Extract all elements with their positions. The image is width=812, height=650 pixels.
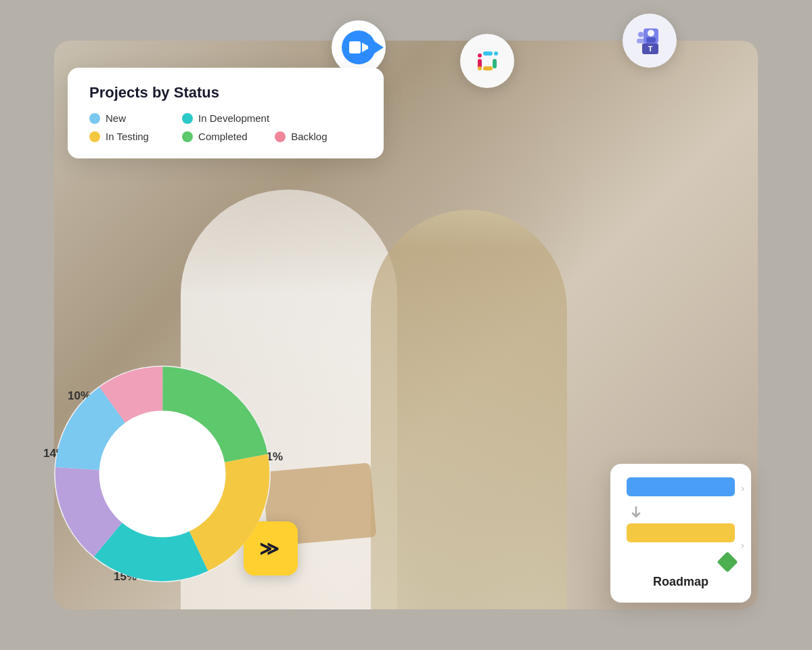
scene: T Projects by Status New In Development … <box>0 0 812 650</box>
svg-point-11 <box>648 30 654 37</box>
slack-icon-button[interactable] <box>460 34 514 88</box>
testing-label: In Testing <box>106 131 149 142</box>
testing-dot <box>89 131 100 142</box>
legend-item-testing: In Testing <box>89 131 177 142</box>
legend-item-placeholder <box>275 112 362 124</box>
svg-point-13 <box>638 32 644 37</box>
zoom-logo <box>342 30 376 64</box>
legend-item-backlog: Backlog <box>275 131 362 142</box>
arrow-right-2: › <box>741 540 744 550</box>
completed-dot <box>182 131 193 142</box>
new-label: New <box>106 112 126 124</box>
donut-chart-svg <box>41 352 284 596</box>
svg-rect-5 <box>494 51 498 56</box>
dev-label: In Development <box>198 112 269 124</box>
svg-rect-14 <box>637 39 645 43</box>
zoom-icon-button[interactable] <box>332 20 386 74</box>
roadmap-diamond <box>717 551 738 572</box>
dev-dot <box>182 113 193 124</box>
svg-marker-1 <box>362 43 368 52</box>
person-right-silhouette <box>371 210 567 609</box>
legend-title: Projects by Status <box>89 84 362 102</box>
completed-label: Completed <box>198 131 248 142</box>
legend-item-dev: In Development <box>182 112 269 124</box>
svg-rect-3 <box>478 53 482 58</box>
backlog-dot <box>275 131 286 142</box>
roadmap-bar-yellow <box>627 523 735 542</box>
svg-text:T: T <box>648 45 653 53</box>
legend-item-completed: Completed <box>182 131 269 142</box>
legend-item-new: New <box>89 112 177 124</box>
arrow-down-icon <box>629 506 643 519</box>
roadmap-bar-blue <box>627 477 735 496</box>
svg-rect-9 <box>478 66 482 70</box>
legend-card: Projects by Status New In Development In… <box>68 68 384 158</box>
legend-grid: New In Development In Testing Completed … <box>89 112 362 142</box>
donut-inner <box>100 412 225 536</box>
roadmap-card: › › Roadmap <box>610 464 751 603</box>
svg-rect-0 <box>349 41 361 53</box>
svg-rect-12 <box>646 37 656 43</box>
svg-rect-8 <box>483 66 493 70</box>
svg-rect-7 <box>493 62 497 66</box>
backlog-label: Backlog <box>291 131 327 142</box>
arrow-right-1: › <box>741 483 744 494</box>
svg-rect-4 <box>483 51 493 56</box>
teams-icon-button[interactable]: T <box>623 14 677 68</box>
roadmap-label: Roadmap <box>627 575 735 589</box>
new-dot <box>89 113 100 124</box>
